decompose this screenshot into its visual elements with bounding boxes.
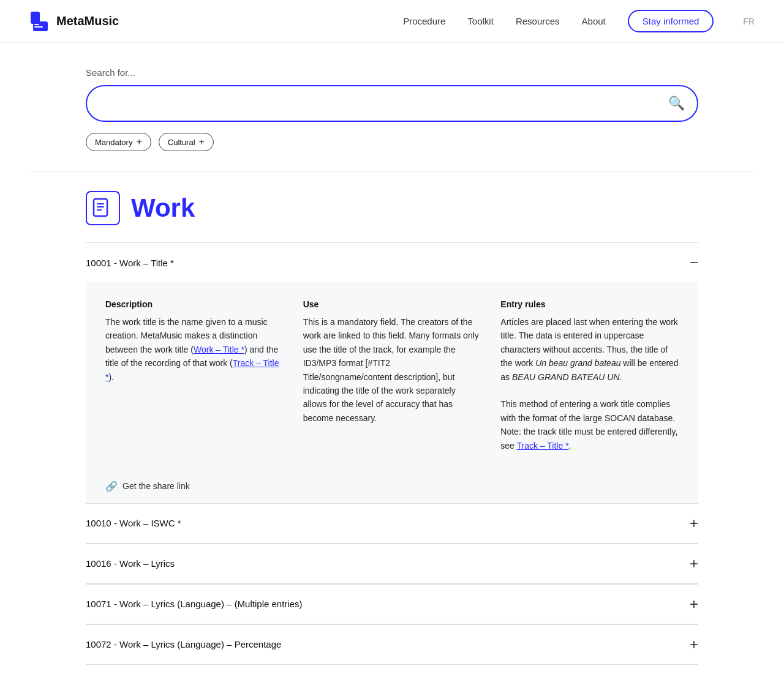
use-col: Use This is a mandatory field. The creat… [303,299,481,452]
accordion-item-10010: 10010 - Work – ISWC * + [86,503,698,544]
work-header: Work [86,191,698,225]
accordion-toggle-10001[interactable]: − [690,254,698,271]
nav-procedure[interactable]: Procedure [403,16,445,26]
share-link[interactable]: 🔗 Get the share link [86,469,698,503]
work-icon-svg [92,198,113,219]
accordion-label-10072: 10072 - Work – Lyrics (Language) – Perce… [86,639,281,649]
filter-row: Mandatory + Cultural + [86,133,698,151]
logo-text: MetaMusic [56,14,119,28]
logo-link[interactable]: MetaMusic [29,10,119,32]
description-col: Description The work title is the name g… [105,299,284,452]
filter-cultural[interactable]: Cultural + [159,133,214,151]
nav-resources[interactable]: Resources [516,16,560,26]
accordion-header-10071[interactable]: 10071 - Work – Lyrics (Language) – (Mult… [86,585,698,624]
link-icon: 🔗 [105,481,118,492]
accordion-header-10010[interactable]: 10010 - Work – ISWC * + [86,504,698,543]
accordion-item-10072: 10072 - Work – Lyrics (Language) – Perce… [86,624,698,665]
accordion-item-10016: 10016 - Work – Lyrics + [86,544,698,584]
accordion-body-10001: Description The work title is the name g… [86,282,698,469]
description-text: The work title is the name given to a mu… [105,315,284,384]
nav-toolkit[interactable]: Toolkit [467,16,494,26]
accordion-item-10001: 10001 - Work – Title * − Description The… [86,242,698,503]
footer-spacer [0,665,784,677]
nav-links: Procedure Toolkit Resources About Stay i… [403,10,755,32]
search-icon[interactable]: 🔍 [668,95,685,111]
accordion-label-10016: 10016 - Work – Lyrics [86,558,175,569]
search-input[interactable] [99,98,668,109]
accordion-header-10072[interactable]: 10072 - Work – Lyrics (Language) – Perce… [86,625,698,664]
share-link-label: Get the share link [123,481,190,491]
lang-selector[interactable]: FR [743,17,755,26]
work-icon [86,191,120,225]
work-title: Work [131,193,195,223]
nav-about[interactable]: About [582,16,606,26]
entry-text: Articles are placed last when entering t… [500,315,679,452]
accordion-toggle-10010[interactable]: + [690,515,698,532]
entry-col: Entry rules Articles are placed last whe… [500,299,679,452]
search-area: Search for... 🔍 Mandatory + Cultural + [0,43,784,171]
accordion-label-10001: 10001 - Work – Title * [86,258,174,268]
svg-rect-4 [34,24,39,25]
svg-rect-9 [97,209,102,211]
accordion-toggle-10016[interactable]: + [690,555,698,572]
accordion-header-10016[interactable]: 10016 - Work – Lyrics + [86,544,698,583]
filter-cultural-label: Cultural [168,138,195,147]
accordion-label-10071: 10071 - Work – Lyrics (Language) – (Mult… [86,599,303,609]
description-title: Description [105,299,284,309]
filter-mandatory-label: Mandatory [95,138,132,147]
stay-informed-button[interactable]: Stay informed [628,10,714,32]
search-box: 🔍 [86,85,698,122]
navbar: MetaMusic Procedure Toolkit Resources Ab… [0,0,784,43]
track-title-link-entry[interactable]: Track – Title * [517,441,569,451]
accordion-columns: Description The work title is the name g… [105,299,679,452]
accordion-label-10010: 10010 - Work – ISWC * [86,518,181,528]
use-text: This is a mandatory field. The creators … [303,315,481,425]
search-label: Search for... [86,67,698,78]
filter-cultural-plus: + [199,137,205,148]
work-title-link[interactable]: Work – Title * [194,345,244,354]
svg-rect-5 [34,26,43,28]
accordion-item-10071: 10071 - Work – Lyrics (Language) – (Mult… [86,584,698,624]
svg-rect-8 [97,206,104,208]
use-title: Use [303,299,481,309]
accordion-toggle-10072[interactable]: + [690,636,698,653]
track-title-link-desc[interactable]: Track – Title * [105,358,279,381]
svg-point-3 [40,13,46,20]
filter-mandatory-plus: + [136,137,141,148]
filter-mandatory[interactable]: Mandatory + [86,133,151,151]
accordion-header-10001[interactable]: 10001 - Work – Title * − [86,243,698,282]
accordion-toggle-10071[interactable]: + [690,596,698,613]
svg-rect-7 [97,203,104,204]
logo-icon [29,10,51,32]
work-section: Work 10001 - Work – Title * − Descriptio… [0,171,784,665]
entry-title: Entry rules [500,299,679,309]
